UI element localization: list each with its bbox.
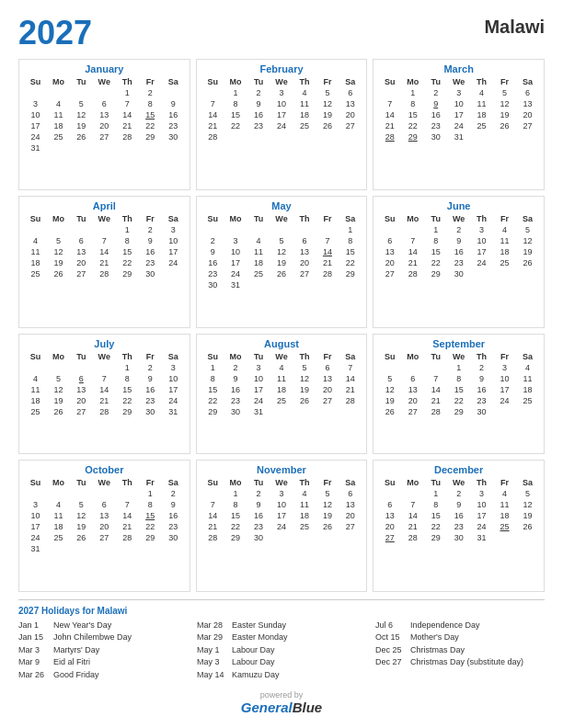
calendar-day — [493, 131, 516, 142]
calendar-day: 16 — [424, 109, 447, 120]
calendar-day: 22 — [139, 120, 162, 131]
calendar-day: 21 — [401, 521, 424, 532]
weekday-header: Mo — [401, 351, 424, 362]
calendar-day: 22 — [201, 395, 224, 406]
calendar-day: 7 — [116, 499, 139, 510]
month-box-may: MaySuMoTuWeThFrSa12345678910111213141516… — [196, 196, 368, 327]
calendar-day: 13 — [378, 246, 401, 257]
holiday-name: Martyrs' Day — [53, 644, 99, 657]
calendar-day — [93, 142, 116, 154]
calendar-day: 2 — [139, 362, 162, 373]
weekday-header: Fr — [316, 76, 339, 87]
holiday-item: Jan 15John Chilembwe Day — [18, 631, 188, 644]
holiday-item: May 3Labour Day — [197, 656, 366, 669]
calendar-day: 3 — [162, 224, 185, 235]
calendar-day: 5 — [316, 87, 339, 98]
calendar-day: 21 — [339, 384, 362, 395]
calendar-day: 27 — [401, 406, 424, 417]
holiday-name: Kamuzu Day — [232, 669, 280, 682]
calendar-day: 1 — [401, 87, 424, 98]
calendar-day: 12 — [316, 499, 339, 510]
calendar-day — [270, 224, 293, 235]
weekday-header: Sa — [339, 477, 362, 488]
calendar-day: 29 — [447, 406, 470, 417]
general-blue-logo[interactable]: GeneralBlue — [18, 700, 545, 715]
weekday-header: Tu — [424, 76, 447, 87]
calendar-day — [316, 532, 339, 543]
calendar-day: 6 — [70, 373, 93, 384]
month-name: October — [24, 464, 185, 475]
calendar-day: 28 — [401, 532, 424, 543]
calendar-day — [493, 268, 516, 279]
weekday-header: Fr — [493, 477, 516, 488]
calendar-day: 17 — [24, 521, 47, 532]
calendar-day: 9 — [247, 98, 270, 109]
calendar-day — [162, 142, 185, 154]
weekday-header: Mo — [401, 477, 424, 488]
weekday-header: Th — [470, 351, 493, 362]
holidays-section: 2027 Holidays for Malawi Jan 1New Year's… — [18, 599, 545, 682]
calendar-day: 31 — [162, 406, 185, 417]
calendar-day: 19 — [378, 395, 401, 406]
calendar-day: 3 — [470, 488, 493, 499]
weekday-header: We — [447, 213, 470, 224]
holiday-date: May 14 — [197, 669, 226, 682]
calendar-day: 31 — [224, 279, 247, 290]
holiday-name: New Year's Day — [53, 620, 111, 632]
calendar-day: 11 — [47, 510, 70, 521]
calendar-day: 6 — [339, 488, 362, 499]
calendar-day: 30 — [447, 268, 470, 279]
calendar-day — [339, 279, 362, 290]
calendar-day — [162, 543, 185, 554]
weekday-header: We — [447, 477, 470, 488]
weekday-header: Mo — [224, 477, 247, 488]
weekday-header: Fr — [493, 213, 516, 224]
calendar-day: 2 — [139, 87, 162, 98]
weekday-header: Mo — [47, 213, 70, 224]
weekday-header: We — [270, 213, 293, 224]
calendar-day: 3 — [493, 362, 516, 373]
weekday-header: Fr — [139, 351, 162, 362]
calendar-day — [201, 224, 224, 235]
calendar-day: 11 — [24, 384, 47, 395]
calendar-day: 25 — [493, 257, 516, 268]
calendar-day: 16 — [247, 109, 270, 120]
calendar-day: 15 — [424, 246, 447, 257]
calendar-day: 8 — [401, 98, 424, 109]
holiday-item: Mar 28Easter Sunday — [197, 620, 366, 632]
calendar-day: 18 — [270, 384, 293, 395]
holiday-item: Dec 25Christmas Day — [375, 644, 545, 657]
calendar-day: 21 — [93, 395, 116, 406]
weekday-header: Mo — [47, 76, 70, 87]
weekday-header: Th — [116, 351, 139, 362]
calendar-day: 27 — [93, 131, 116, 142]
calendar-day — [47, 87, 70, 98]
calendar-day: 3 — [162, 362, 185, 373]
calendar-day: 23 — [247, 120, 270, 131]
calendar-day — [116, 543, 139, 554]
calendar-day — [47, 362, 70, 373]
month-name: August — [201, 338, 362, 349]
calendar-day — [270, 131, 293, 142]
calendar-day: 24 — [470, 257, 493, 268]
calendar-day: 17 — [162, 246, 185, 257]
calendar-day: 11 — [24, 246, 47, 257]
weekday-header: Tu — [70, 213, 93, 224]
calendar-day: 2 — [162, 488, 185, 499]
calendar-day: 9 — [162, 499, 185, 510]
weekday-header: We — [93, 213, 116, 224]
calendar-day: 11 — [247, 246, 270, 257]
weekday-header: Fr — [139, 213, 162, 224]
calendar-day: 3 — [24, 98, 47, 109]
calendar-day — [116, 488, 139, 499]
calendar-day: 23 — [162, 120, 185, 131]
calendar-day: 4 — [270, 362, 293, 373]
calendar-day: 5 — [378, 373, 401, 384]
calendar-day: 15 — [224, 510, 247, 521]
calendar-day: 19 — [47, 257, 70, 268]
calendar-day: 31 — [24, 543, 47, 554]
calendar-day: 1 — [116, 362, 139, 373]
weekday-header: Fr — [316, 477, 339, 488]
calendar-day: 29 — [224, 532, 247, 543]
calendar-day — [401, 224, 424, 235]
